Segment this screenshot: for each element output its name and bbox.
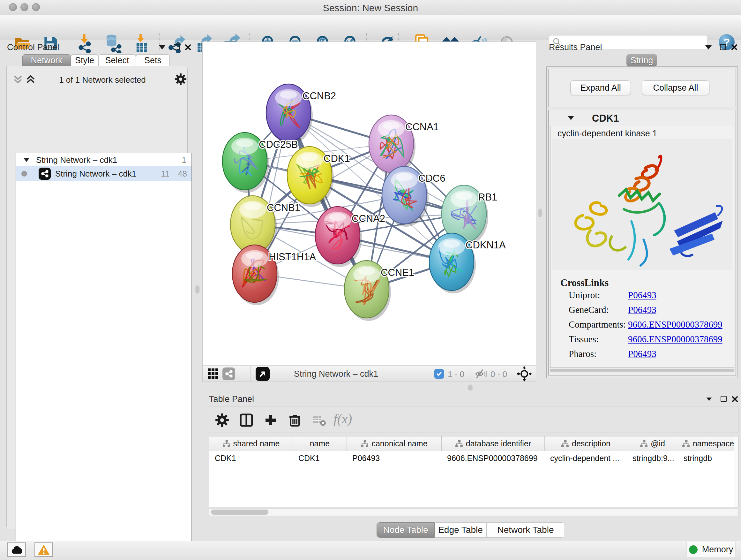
network-node-CDC25B[interactable]: CDC25B: [222, 132, 298, 193]
column-header--id[interactable]: @id: [627, 436, 678, 451]
selected-checkbox-icon[interactable]: [434, 369, 444, 379]
memory-status-dot-icon: [689, 545, 697, 554]
column-header-namespace[interactable]: namespace: [678, 436, 738, 451]
network-node-CCNA2[interactable]: CCNA2: [315, 206, 385, 267]
memory-label: Memory: [702, 545, 733, 555]
column-type-icon: [682, 440, 690, 448]
float-panel-icon[interactable]: [174, 44, 180, 50]
tab-node-table[interactable]: Node Table: [377, 522, 434, 538]
column-header-shared-name[interactable]: shared name: [209, 436, 293, 451]
horizontal-splitter-handle[interactable]: [468, 384, 473, 390]
memory-button[interactable]: Memory: [686, 542, 736, 557]
node-label: CDKN1A: [466, 240, 506, 251]
table-settings-gear-icon[interactable]: [213, 411, 231, 429]
tab-network[interactable]: Network: [22, 54, 71, 66]
string-badge-icon[interactable]: [222, 368, 235, 380]
show-columns-icon[interactable]: [238, 411, 255, 429]
node-label: CDK1: [324, 153, 350, 164]
table-cell[interactable]: CDK1: [293, 451, 347, 465]
open-in-browser-icon[interactable]: [256, 367, 270, 381]
network-node-CDKN1A[interactable]: CDKN1A: [429, 233, 506, 294]
column-type-icon: [455, 440, 463, 448]
close-panel-icon[interactable]: [185, 44, 192, 51]
table-panel-title: Table Panel: [209, 394, 254, 404]
hidden-eye-slash-icon: [475, 368, 488, 380]
vertical-splitter-handle[interactable]: [538, 208, 542, 216]
table-cell[interactable]: P06493: [347, 451, 442, 465]
network-node-CCNE1[interactable]: CCNE1: [344, 260, 414, 321]
table-cell[interactable]: stringdb: [678, 451, 738, 465]
float-panel-icon[interactable]: [721, 396, 727, 402]
tab-sets[interactable]: Sets: [136, 54, 170, 66]
column-header-name[interactable]: name: [293, 436, 347, 451]
close-panel-icon[interactable]: [731, 395, 738, 402]
crosslink-link[interactable]: P06493: [628, 290, 657, 300]
delete-column-trash-icon[interactable]: [286, 411, 304, 429]
fit-content-crosshair-icon[interactable]: [517, 366, 532, 381]
crosslink-label: Compartments:: [569, 319, 626, 330]
column-header-database-identifier[interactable]: database identifier: [442, 436, 545, 451]
table-cell[interactable]: stringdb:9...: [627, 451, 678, 465]
network-tree: String Network – cdk1 1 String Network –…: [16, 153, 192, 560]
protein-structure-image: [552, 139, 732, 270]
collapse-panel-icon[interactable]: [159, 45, 165, 50]
column-type-icon: [360, 440, 369, 448]
table-cell[interactable]: 9606.ENSP00000378699: [442, 451, 545, 465]
gene-description: cyclin-dependent kinase 1: [557, 129, 657, 138]
column-header-label: @id: [651, 439, 665, 448]
collapse-panel-icon[interactable]: [706, 397, 712, 401]
footer-separator: [513, 366, 513, 381]
selected-counts: 1 - 0: [448, 369, 464, 379]
crosslink-link[interactable]: 9606.ENSP00000378699: [628, 319, 723, 330]
column-header-canonical-name[interactable]: canonical name: [347, 436, 442, 451]
network-collection-row[interactable]: String Network – cdk1 1: [16, 153, 192, 166]
network-node-CCNB2[interactable]: CCNB2: [266, 84, 336, 144]
gear-icon[interactable]: [175, 73, 187, 85]
warning-status-button[interactable]: [35, 543, 53, 557]
network-node-HIST1H1A[interactable]: HIST1H1A: [232, 245, 316, 305]
network-label: String Network – cdk1: [55, 169, 136, 179]
collapse-panel-icon[interactable]: [705, 45, 712, 50]
expand-all-button[interactable]: Expand All: [570, 80, 631, 95]
window-title: Session: New Session: [0, 3, 741, 13]
network-row-selected[interactable]: String Network – cdk1 11 48: [16, 166, 192, 181]
expand-all-icon[interactable]: [25, 74, 36, 84]
network-canvas-panel[interactable]: CCNB2CCNA1CDC25BCDK1CDC6RB1CCNB1CCNA2CDK…: [202, 42, 536, 365]
network-canvas[interactable]: CCNB2CCNA1CDC25BCDK1CDC6RB1CCNB1CCNA2CDK…: [203, 42, 536, 365]
column-header-label: database identifier: [466, 439, 531, 448]
crosslink-link[interactable]: P06493: [628, 305, 657, 315]
collapse-all-icon[interactable]: [12, 74, 23, 84]
network-node-CDK1[interactable]: CDK1: [287, 146, 350, 207]
table-cell[interactable]: cyclin-dependent ...: [545, 451, 627, 465]
birds-eye-view-icon[interactable]: [207, 368, 219, 380]
table-cell[interactable]: CDK1: [209, 451, 293, 465]
crosslink-link[interactable]: P06493: [628, 349, 657, 359]
scrollbar-thumb[interactable]: [211, 509, 268, 515]
tree-expander-icon[interactable]: [24, 158, 29, 162]
table-horizontal-scrollbar[interactable]: [209, 508, 738, 516]
results-scrollbar[interactable]: [550, 369, 734, 372]
tab-style[interactable]: Style: [71, 54, 98, 66]
node-label: CCNE1: [381, 267, 414, 278]
table-row[interactable]: CDK1CDK1P064939606.ENSP00000378699cyclin…: [209, 451, 738, 465]
table-vertical-scrollbar[interactable]: [734, 436, 738, 507]
add-column-icon[interactable]: [262, 411, 280, 429]
tab-edge-table[interactable]: Edge Table: [434, 522, 486, 538]
edge-count: 48: [178, 169, 187, 179]
collapse-all-button[interactable]: Collapse All: [642, 80, 710, 95]
float-panel-icon[interactable]: [720, 44, 726, 50]
cloud-status-button[interactable]: [7, 543, 26, 557]
column-header-description[interactable]: description: [545, 436, 627, 451]
node-label: CCNB2: [302, 90, 336, 102]
tab-network-table[interactable]: Network Table: [486, 522, 565, 538]
current-network-dot-icon: [21, 171, 27, 177]
close-panel-icon[interactable]: [731, 44, 738, 51]
network-node-CCNB1[interactable]: CCNB1: [230, 196, 300, 256]
network-node-CDC6[interactable]: CDC6: [382, 166, 445, 227]
section-expander-icon[interactable]: [568, 116, 574, 120]
delete-table-icon: [310, 411, 328, 429]
crosslink-link[interactable]: 9606.ENSP00000378699: [628, 334, 723, 345]
tab-string[interactable]: String: [626, 54, 657, 66]
vertical-splitter-handle[interactable]: [195, 285, 199, 293]
tab-select[interactable]: Select: [98, 54, 136, 66]
